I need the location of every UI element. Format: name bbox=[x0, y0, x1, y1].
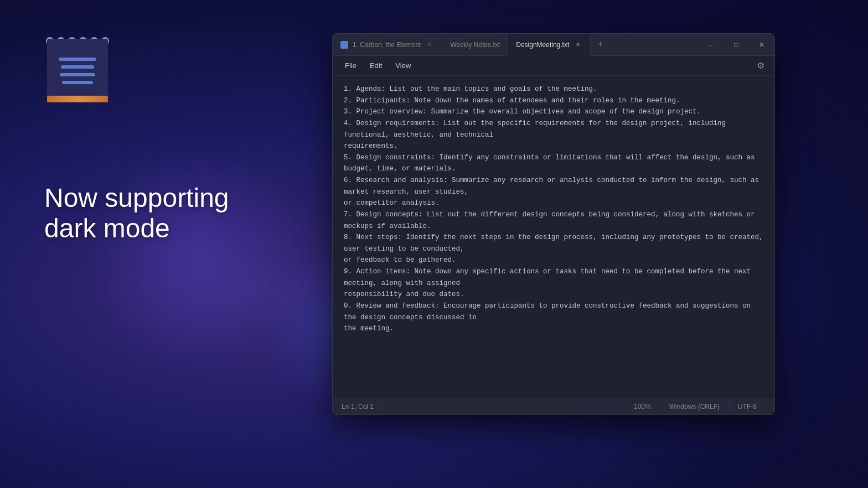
text-line: or feedback to be gathered. bbox=[344, 255, 763, 266]
notepad-window: 1. Carbon, the Element ✕ Weekly Notes.tx… bbox=[332, 33, 775, 415]
menu-edit[interactable]: Edit bbox=[363, 59, 389, 72]
minimize-button[interactable]: ─ bbox=[698, 34, 724, 55]
text-editor[interactable]: 1. Agenda: List out the main topics and … bbox=[333, 76, 774, 398]
cursor-position: Ln 1, Col 1 bbox=[342, 403, 383, 411]
tab-label: DesignMeeting.txt bbox=[516, 41, 569, 49]
text-line: 4. Design requirements: List out the spe… bbox=[344, 118, 763, 141]
text-line: responsibility and due dates. bbox=[344, 289, 763, 300]
line-ending: Windows (CRLF) bbox=[660, 403, 729, 411]
text-line: 0. Review and feedback: Encourage partic… bbox=[344, 300, 763, 323]
promo-line1: Now supporting bbox=[44, 183, 229, 213]
text-line: 3. Project overview: Summarize the overa… bbox=[344, 106, 763, 118]
tab-close-button[interactable]: ✕ bbox=[425, 40, 434, 49]
status-bar: Ln 1, Col 1 100% Windows (CRLF) UTF-8 bbox=[333, 398, 774, 414]
pad-line bbox=[59, 58, 97, 61]
menu-bar: File Edit View ⚙ bbox=[333, 56, 774, 76]
tab-weekly[interactable]: Weekly Notes.txt bbox=[442, 34, 508, 56]
app-icon bbox=[44, 33, 111, 105]
promo-line2: dark mode bbox=[44, 213, 229, 243]
tab-label: Weekly Notes.txt bbox=[450, 41, 500, 49]
tab-icon bbox=[340, 41, 348, 49]
text-line: requirements. bbox=[344, 141, 763, 152]
pad-line bbox=[62, 81, 93, 84]
text-line: 7. Design concepts: List out the differe… bbox=[344, 209, 763, 232]
pad-line bbox=[60, 73, 96, 76]
tab-close-button[interactable]: ✕ bbox=[574, 40, 582, 49]
zoom-level: 100% bbox=[625, 403, 660, 411]
tab-bar: 1. Carbon, the Element ✕ Weekly Notes.tx… bbox=[333, 34, 698, 56]
text-line: or competitor analysis. bbox=[344, 198, 763, 209]
title-bar: 1. Carbon, the Element ✕ Weekly Notes.tx… bbox=[333, 34, 774, 56]
text-line: 8. Next steps: Identify the next steps i… bbox=[344, 232, 763, 255]
text-line: 1. Agenda: List out the main topics and … bbox=[344, 84, 763, 95]
close-button[interactable]: ✕ bbox=[749, 34, 774, 55]
text-line: the meeting. bbox=[344, 323, 763, 335]
pad-body bbox=[47, 39, 108, 102]
maximize-button[interactable]: □ bbox=[724, 34, 749, 55]
tab-carbon[interactable]: 1. Carbon, the Element ✕ bbox=[333, 34, 442, 56]
promo-text: Now supporting dark mode bbox=[44, 183, 229, 243]
new-tab-button[interactable]: + bbox=[591, 34, 611, 56]
window-controls: ─ □ ✕ bbox=[698, 34, 774, 55]
left-panel: Now supporting dark mode bbox=[44, 33, 229, 243]
text-line: 6. Research and analysis: Summarize any … bbox=[344, 175, 763, 198]
text-line: 2. Participants: Note down the names of … bbox=[344, 95, 763, 107]
settings-icon[interactable]: ⚙ bbox=[752, 58, 769, 74]
menu-file[interactable]: File bbox=[338, 59, 363, 72]
tab-design-meeting[interactable]: DesignMeeting.txt ✕ bbox=[508, 34, 591, 56]
encoding: UTF-8 bbox=[729, 403, 766, 411]
menu-view[interactable]: View bbox=[389, 59, 417, 72]
tab-label: 1. Carbon, the Element bbox=[353, 41, 421, 49]
text-line: 9. Action items: Note down any specific … bbox=[344, 266, 763, 289]
pad-spine bbox=[47, 96, 108, 102]
pad-line bbox=[61, 65, 94, 69]
text-line: 5. Design constraints: Identify any cons… bbox=[344, 152, 763, 175]
